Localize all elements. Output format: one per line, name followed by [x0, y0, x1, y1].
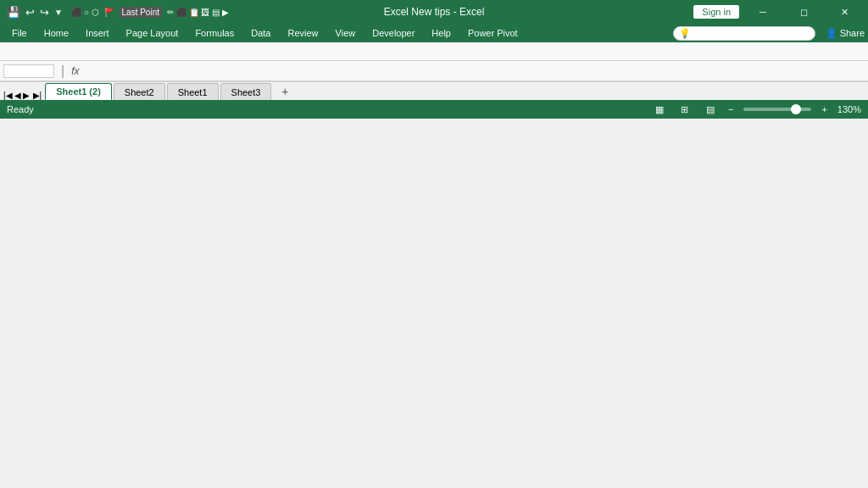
sheet-tab-sheet1-2[interactable]: Sheet1 (2)	[45, 83, 112, 100]
zoom-out-btn[interactable]: −	[728, 104, 733, 114]
menu-review[interactable]: Review	[279, 26, 326, 40]
menu-insert[interactable]: Insert	[77, 26, 118, 40]
minimize-btn[interactable]: ─	[746, 0, 780, 24]
redo-icon[interactable]: ↪	[40, 6, 49, 19]
restore-btn[interactable]: ◻	[787, 0, 821, 24]
sheet-tab-sheet3[interactable]: Sheet3	[220, 83, 272, 100]
zoom-slider[interactable]	[743, 108, 811, 111]
sheet-nav-first[interactable]: |◀	[3, 91, 13, 100]
quick-access-more[interactable]: ▼	[54, 8, 63, 17]
add-sheet-button[interactable]: +	[276, 83, 293, 100]
page-break-view-btn[interactable]: ▤	[703, 102, 718, 117]
menu-file[interactable]: File	[3, 26, 36, 40]
menu-developer[interactable]: Developer	[364, 26, 423, 40]
formula-divider: |	[58, 64, 68, 79]
titlebar: 💾 ↩ ↪ ▼ ⬛ ○ ⬡ 🚩 Last Point ✏ ⬛ 📋 🖼 ▤ ▶ E…	[0, 0, 868, 24]
signin-button[interactable]: Sign in	[693, 5, 739, 19]
close-btn[interactable]: ✕	[827, 0, 861, 24]
menu-pagelayout[interactable]: Page Layout	[118, 26, 187, 40]
statusbar: Ready ▦ ⊞ ▤ − + 130%	[0, 100, 868, 119]
fx-label: fx	[71, 65, 79, 77]
sheet-tabs-bar: |◀ ◀ ▶ ▶| Sheet1 (2) Sheet2 Sheet1 Sheet…	[0, 81, 868, 100]
zoom-level: 130%	[837, 104, 861, 114]
zoom-in-btn[interactable]: +	[821, 104, 826, 114]
menu-help[interactable]: Help	[423, 26, 459, 40]
lightbulb-icon: 💡	[679, 28, 691, 39]
save-icon[interactable]: 💾	[7, 6, 20, 19]
tellme-text: Tell me what you want to do	[694, 28, 810, 38]
name-box[interactable]: C5	[3, 64, 54, 78]
share-button[interactable]: 👤 Share	[826, 28, 865, 39]
menu-data[interactable]: Data	[242, 26, 279, 40]
sheet-nav-last[interactable]: ▶|	[33, 91, 42, 100]
sheet-tab-sheet2[interactable]: Sheet2	[114, 83, 165, 100]
page-layout-view-btn[interactable]: ⊞	[677, 102, 693, 117]
formula-input[interactable]: =DATEDIF(B5,C2,"D")&" Days "&DATEDIF(B5,…	[86, 66, 865, 76]
sheet-tab-sheet1[interactable]: Sheet1	[167, 83, 219, 100]
undo-icon[interactable]: ↩	[25, 6, 35, 19]
normal-view-btn[interactable]: ▦	[652, 102, 667, 117]
status-text: Ready	[7, 104, 34, 114]
person-icon: 👤	[826, 28, 837, 38]
formulabar: C5 | fx =DATEDIF(B5,C2,"D")&" Days "&DAT…	[0, 61, 868, 81]
menu-home[interactable]: Home	[36, 26, 77, 40]
sheet-nav-prev[interactable]: ◀	[14, 91, 21, 100]
menu-formulas[interactable]: Formulas	[186, 26, 242, 40]
tellme-input[interactable]: 💡 Tell me what you want to do	[673, 26, 815, 41]
menubar: File Home Insert Page Layout Formulas Da…	[0, 24, 868, 42]
menu-powerpivot[interactable]: Power Pivot	[459, 26, 526, 40]
ribbon-area	[0, 42, 868, 61]
last-point-label: Last Point	[120, 7, 162, 18]
titlebar-title: Excel New tips - Excel	[384, 6, 485, 18]
menu-view[interactable]: View	[327, 26, 364, 40]
sheet-nav-next[interactable]: ▶	[23, 91, 30, 100]
